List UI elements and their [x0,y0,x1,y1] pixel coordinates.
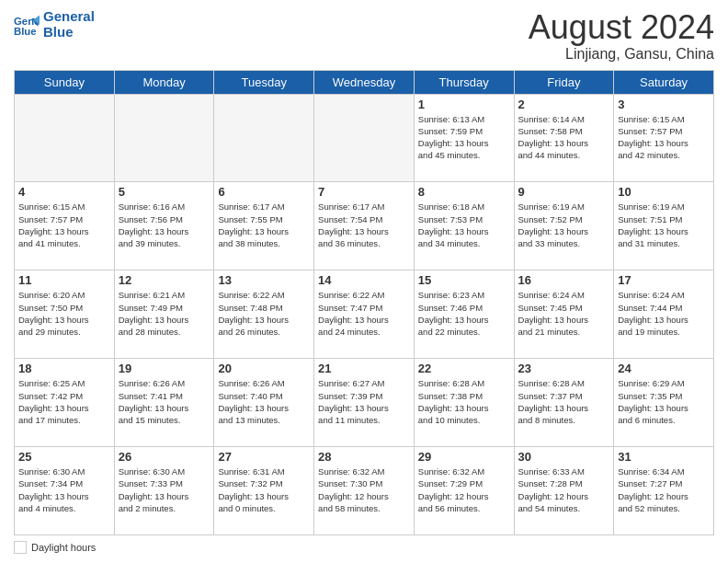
day-number: 27 [218,450,310,464]
day-number: 30 [518,450,610,464]
day-info: Sunrise: 6:18 AM Sunset: 7:53 PM Dayligh… [418,201,510,249]
day-info: Sunrise: 6:32 AM Sunset: 7:30 PM Dayligh… [318,465,410,514]
day-info: Sunrise: 6:20 AM Sunset: 7:50 PM Dayligh… [18,289,110,338]
table-row: 24Sunrise: 6:29 AM Sunset: 7:35 PM Dayli… [614,359,714,447]
table-row: 19Sunrise: 6:26 AM Sunset: 7:41 PM Dayli… [114,359,214,447]
col-friday: Friday [514,70,614,94]
table-row: 23Sunrise: 6:28 AM Sunset: 7:37 PM Dayli… [514,359,614,447]
table-row: 9Sunrise: 6:19 AM Sunset: 7:52 PM Daylig… [514,182,614,270]
day-number: 22 [418,362,510,375]
day-number: 3 [618,98,710,111]
day-info: Sunrise: 6:22 AM Sunset: 7:48 PM Dayligh… [218,289,310,338]
table-row: 28Sunrise: 6:32 AM Sunset: 7:30 PM Dayli… [314,447,415,535]
calendar-week-2: 4Sunrise: 6:15 AM Sunset: 7:57 PM Daylig… [15,182,714,270]
month-year: August 2024 [529,9,714,46]
day-number: 2 [518,98,610,111]
table-row: 3Sunrise: 6:15 AM Sunset: 7:57 PM Daylig… [614,94,714,182]
legend-daylight-color [14,541,27,554]
table-row [314,94,415,182]
day-info: Sunrise: 6:29 AM Sunset: 7:35 PM Dayligh… [618,377,710,426]
table-row: 26Sunrise: 6:30 AM Sunset: 7:33 PM Dayli… [114,447,214,535]
table-row: 21Sunrise: 6:27 AM Sunset: 7:39 PM Dayli… [314,359,415,447]
day-info: Sunrise: 6:19 AM Sunset: 7:51 PM Dayligh… [618,201,710,249]
day-number: 11 [18,273,110,287]
table-row [214,94,314,182]
table-row: 18Sunrise: 6:25 AM Sunset: 7:42 PM Dayli… [15,359,115,447]
day-info: Sunrise: 6:25 AM Sunset: 7:42 PM Dayligh… [18,377,110,426]
day-number: 21 [318,362,410,375]
location: Linjiang, Gansu, China [529,46,714,63]
day-number: 25 [18,450,110,464]
day-info: Sunrise: 6:24 AM Sunset: 7:45 PM Dayligh… [518,289,610,338]
day-info: Sunrise: 6:26 AM Sunset: 7:40 PM Dayligh… [218,377,310,426]
day-number: 8 [418,185,510,199]
col-thursday: Thursday [414,70,514,94]
table-row: 6Sunrise: 6:17 AM Sunset: 7:55 PM Daylig… [214,182,314,270]
table-row: 30Sunrise: 6:33 AM Sunset: 7:28 PM Dayli… [514,447,614,535]
table-row: 15Sunrise: 6:23 AM Sunset: 7:46 PM Dayli… [414,270,514,359]
day-number: 26 [119,450,210,464]
col-sunday: Sunday [15,70,115,94]
logo-general: General [43,8,95,24]
table-row [15,94,115,182]
table-row: 29Sunrise: 6:32 AM Sunset: 7:29 PM Dayli… [414,447,514,535]
logo: General Blue General Blue [14,9,95,40]
table-row: 20Sunrise: 6:26 AM Sunset: 7:40 PM Dayli… [214,359,314,447]
table-row: 17Sunrise: 6:24 AM Sunset: 7:44 PM Dayli… [614,270,714,359]
day-info: Sunrise: 6:13 AM Sunset: 7:59 PM Dayligh… [418,113,510,162]
day-number: 10 [618,185,710,199]
table-row: 2Sunrise: 6:14 AM Sunset: 7:58 PM Daylig… [514,94,614,182]
calendar-week-3: 11Sunrise: 6:20 AM Sunset: 7:50 PM Dayli… [15,270,714,359]
calendar-week-5: 25Sunrise: 6:30 AM Sunset: 7:34 PM Dayli… [15,447,714,535]
day-info: Sunrise: 6:14 AM Sunset: 7:58 PM Dayligh… [518,113,610,162]
day-number: 23 [518,362,610,375]
table-row: 12Sunrise: 6:21 AM Sunset: 7:49 PM Dayli… [114,270,214,359]
table-row: 5Sunrise: 6:16 AM Sunset: 7:56 PM Daylig… [114,182,214,270]
day-number: 20 [218,362,310,375]
table-row: 22Sunrise: 6:28 AM Sunset: 7:38 PM Dayli… [414,359,514,447]
table-row: 16Sunrise: 6:24 AM Sunset: 7:45 PM Dayli… [514,270,614,359]
day-number: 6 [218,185,310,199]
day-number: 29 [418,450,510,464]
col-wednesday: Wednesday [314,70,415,94]
table-row: 13Sunrise: 6:22 AM Sunset: 7:48 PM Dayli… [214,270,314,359]
table-row: 11Sunrise: 6:20 AM Sunset: 7:50 PM Dayli… [15,270,115,359]
logo-icon: General Blue [14,12,40,38]
day-number: 24 [618,362,710,375]
day-info: Sunrise: 6:27 AM Sunset: 7:39 PM Dayligh… [318,377,410,426]
calendar-week-4: 18Sunrise: 6:25 AM Sunset: 7:42 PM Dayli… [15,359,714,447]
day-number: 7 [318,185,410,199]
day-number: 17 [618,273,710,287]
day-info: Sunrise: 6:15 AM Sunset: 7:57 PM Dayligh… [618,113,710,162]
day-info: Sunrise: 6:23 AM Sunset: 7:46 PM Dayligh… [418,289,510,338]
day-number: 16 [518,273,610,287]
day-info: Sunrise: 6:26 AM Sunset: 7:41 PM Dayligh… [119,377,210,426]
svg-text:Blue: Blue [14,25,37,36]
table-row: 7Sunrise: 6:17 AM Sunset: 7:54 PM Daylig… [314,182,415,270]
table-row: 4Sunrise: 6:15 AM Sunset: 7:57 PM Daylig… [15,182,115,270]
day-number: 15 [418,273,510,287]
day-number: 5 [119,185,210,199]
table-row: 31Sunrise: 6:34 AM Sunset: 7:27 PM Dayli… [614,447,714,535]
day-info: Sunrise: 6:34 AM Sunset: 7:27 PM Dayligh… [618,465,710,514]
day-number: 4 [18,185,110,199]
day-number: 19 [119,362,210,375]
day-info: Sunrise: 6:30 AM Sunset: 7:34 PM Dayligh… [18,465,110,514]
day-info: Sunrise: 6:32 AM Sunset: 7:29 PM Dayligh… [418,465,510,514]
legend-daylight: Daylight hours [14,541,96,554]
header: General Blue General Blue August 2024 Li… [14,9,714,63]
day-info: Sunrise: 6:16 AM Sunset: 7:56 PM Dayligh… [119,201,210,249]
day-number: 18 [18,362,110,375]
table-row: 27Sunrise: 6:31 AM Sunset: 7:32 PM Dayli… [214,447,314,535]
title-block: August 2024 Linjiang, Gansu, China [529,9,714,63]
col-tuesday: Tuesday [214,70,314,94]
day-info: Sunrise: 6:28 AM Sunset: 7:37 PM Dayligh… [518,377,610,426]
table-row: 25Sunrise: 6:30 AM Sunset: 7:34 PM Dayli… [15,447,115,535]
day-number: 14 [318,273,410,287]
legend-daylight-label: Daylight hours [31,542,96,553]
day-info: Sunrise: 6:21 AM Sunset: 7:49 PM Dayligh… [119,289,210,338]
day-number: 13 [218,273,310,287]
day-info: Sunrise: 6:28 AM Sunset: 7:38 PM Dayligh… [418,377,510,426]
table-row: 8Sunrise: 6:18 AM Sunset: 7:53 PM Daylig… [414,182,514,270]
day-number: 31 [618,450,710,464]
